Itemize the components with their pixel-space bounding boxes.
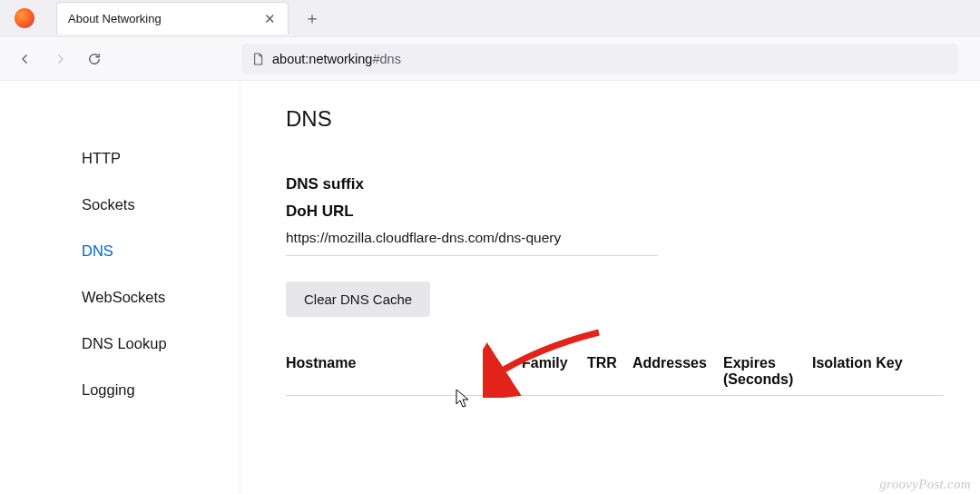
back-button[interactable] xyxy=(11,44,40,74)
firefox-logo-icon xyxy=(15,8,34,28)
sidebar-item-sockets[interactable]: Sockets xyxy=(0,182,240,228)
sidebar-item-websockets[interactable]: WebSockets xyxy=(0,274,240,321)
col-expires: Expires (Seconds) xyxy=(723,355,812,388)
close-icon[interactable]: ✕ xyxy=(262,12,277,26)
col-hostname: Hostname xyxy=(286,355,522,388)
arrow-right-icon xyxy=(52,51,68,67)
sidebar-item-dns-lookup[interactable]: DNS Lookup xyxy=(0,321,240,367)
browser-tab[interactable]: About Networking ✕ xyxy=(56,2,289,35)
arrow-left-icon xyxy=(17,51,34,67)
tab-title: About Networking xyxy=(68,12,262,25)
sidebar-item-dns[interactable]: DNS xyxy=(0,228,240,274)
tab-strip: About Networking ✕ ＋ xyxy=(0,0,980,37)
reload-icon xyxy=(86,51,103,67)
col-isolation: Isolation Key xyxy=(812,355,903,388)
doh-url-value: https://mozilla.cloudflare-dns.com/dns-q… xyxy=(286,230,658,256)
nav-toolbar: about:networking#dns xyxy=(0,37,980,81)
page-heading: DNS xyxy=(286,106,944,132)
sidebar-item-logging[interactable]: Logging xyxy=(0,367,240,413)
watermark-text: groovyPost.com xyxy=(879,477,971,492)
dns-table-header: Hostname Family TRR Addresses Expires (S… xyxy=(286,355,944,396)
col-addresses: Addresses xyxy=(632,355,723,388)
url-text: about:networking#dns xyxy=(272,52,401,66)
col-trr: TRR xyxy=(587,355,632,388)
main-panel: DNS DNS suffix DoH URL https://mozilla.c… xyxy=(240,81,980,494)
col-family: Family xyxy=(522,355,587,388)
forward-button[interactable] xyxy=(45,44,74,74)
sidebar-item-http[interactable]: HTTP xyxy=(0,135,240,182)
page-icon xyxy=(250,52,265,66)
sidebar: HTTP Sockets DNS WebSockets DNS Lookup L… xyxy=(0,81,240,494)
url-bar[interactable]: about:networking#dns xyxy=(241,44,958,74)
reload-button[interactable] xyxy=(80,44,109,74)
new-tab-button[interactable]: ＋ xyxy=(299,5,325,31)
dns-suffix-label: DNS suffix xyxy=(286,175,944,193)
clear-dns-cache-button[interactable]: Clear DNS Cache xyxy=(286,282,430,317)
page-content: HTTP Sockets DNS WebSockets DNS Lookup L… xyxy=(0,81,980,494)
doh-url-label: DoH URL xyxy=(286,203,944,221)
